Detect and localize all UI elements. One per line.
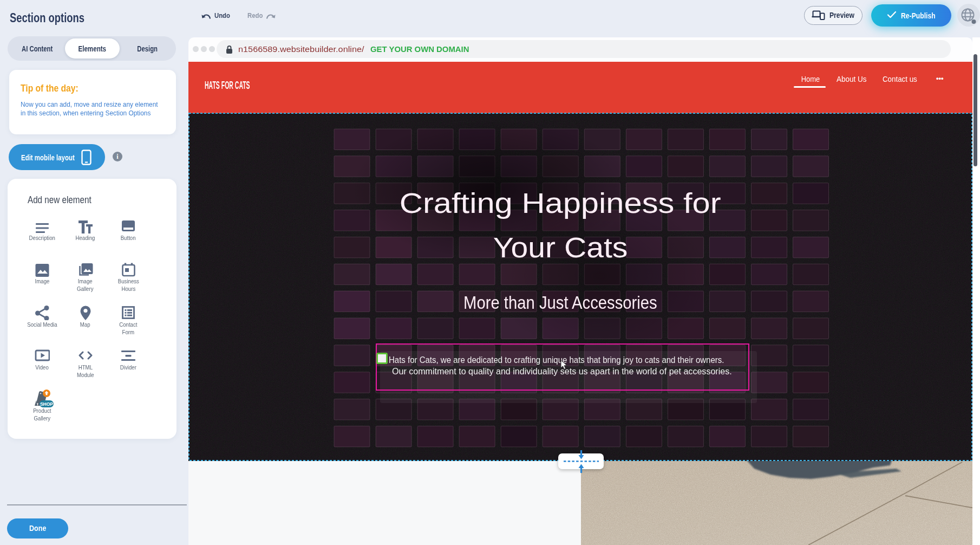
svg-text:SHOP: SHOP bbox=[40, 401, 53, 407]
